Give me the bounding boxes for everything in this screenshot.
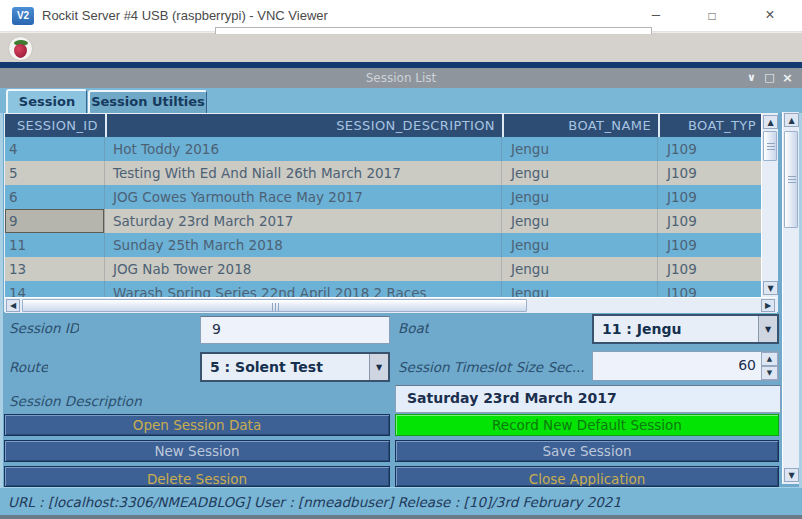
cell-boat-type[interactable]: J109 [658,161,761,185]
window-collapse-icon[interactable]: ∨ [743,68,760,88]
raspberry-menu-icon[interactable] [8,36,33,61]
cell-boat-name[interactable]: Jengu [502,185,658,209]
close-application-button[interactable]: Close Application [395,466,779,487]
route-dropdown[interactable]: 5 : Solent Test ▼ [200,352,390,382]
chevron-down-icon[interactable]: ▼ [369,354,388,380]
cell-description[interactable]: JOG Cowes Yarmouth Race May 2017 [105,185,502,209]
cell-boat-name[interactable]: Jengu [502,281,658,297]
table-horizontal-scrollbar[interactable]: ◀ ▶ [5,297,777,313]
taskbar: >_ Session List V2 [0,32,802,62]
scrollbar-thumb[interactable] [763,131,777,161]
status-bar: URL : [localhost:3306/NMEADBLOG] User : … [0,487,802,515]
cell-boat-name[interactable]: Jengu [502,209,658,233]
table-row-selected[interactable]: 9 Saturday 23rd March 2017 Jengu J109 [5,209,761,233]
timeslot-value: 60 [593,352,761,380]
spinner-up-icon[interactable]: ▲ [761,352,778,366]
table-header-row: SESSION_ID SESSION_DESCRIPTION BOAT_NAME… [5,114,761,137]
column-header-boat-type[interactable]: BOAT_TYP [660,114,761,137]
cell-session-id[interactable]: 5 [5,161,105,185]
scroll-down-icon[interactable]: ▼ [784,468,799,482]
cell-description[interactable]: Warash Spring Series 22nd April 2018 2 R… [105,281,502,297]
cell-boat-name[interactable]: Jengu [502,257,658,281]
scroll-up-icon[interactable]: ▲ [763,115,778,129]
column-header-boat-name[interactable]: BOAT_NAME [504,114,658,137]
table-row[interactable]: 14 Warash Spring Series 22nd April 2018 … [5,281,761,297]
new-session-button[interactable]: New Session [4,440,390,462]
cell-session-id[interactable]: 11 [5,233,105,257]
boat-dropdown[interactable]: 11 : Jengu ▼ [592,314,779,344]
table-row[interactable]: 6 JOG Cowes Yarmouth Race May 2017 Jengu… [5,185,761,209]
cell-description[interactable]: Hot Toddy 2016 [105,137,502,161]
timeslot-spinner[interactable]: 60 ▲ ▼ [592,351,779,381]
cell-session-id[interactable]: 4 [5,137,105,161]
cell-boat-name[interactable]: Jengu [502,233,658,257]
close-button[interactable]: × [748,0,792,32]
cell-boat-type[interactable]: J109 [658,257,761,281]
session-description-label: Session Description [9,393,142,409]
session-window-content: Session Session Utilties SESSION_ID SESS… [0,88,802,487]
scroll-up-icon[interactable]: ▲ [784,113,799,127]
cell-boat-type[interactable]: J109 [658,185,761,209]
cell-boat-type[interactable]: J109 [658,137,761,161]
column-header-session-description[interactable]: SESSION_DESCRIPTION [107,114,502,137]
cell-session-id[interactable]: 14 [5,281,105,297]
cell-description[interactable]: Sunday 25th March 2018 [105,233,502,257]
cell-session-id-selected[interactable]: 9 [5,209,105,233]
cell-boat-type[interactable]: J109 [658,209,761,233]
cell-boat-name[interactable]: Jengu [502,161,658,185]
vnc-toolbar-remnant [215,27,652,34]
tab-session[interactable]: Session [6,89,87,113]
save-session-button[interactable]: Save Session [395,440,779,462]
delete-session-button[interactable]: Delete Session [4,466,390,487]
window-vertical-scrollbar[interactable]: ▲ ▼ [782,112,799,484]
window-maximize-icon[interactable]: □ [761,68,778,88]
session-id-field[interactable]: 9 [200,316,390,344]
chevron-down-icon[interactable]: ▼ [758,316,777,342]
vnc-logo-icon: V2 [12,7,34,25]
session-id-label: Session ID [9,320,79,336]
spinner-down-icon[interactable]: ▼ [761,366,778,380]
window-bottom-edge [0,515,802,519]
cell-boat-name[interactable]: Jengu [502,137,658,161]
timeslot-label: Session Timeslot Size Sec... [398,359,588,375]
window-close-icon[interactable]: × [779,68,796,88]
table-row[interactable]: 4 Hot Toddy 2016 Jengu J109 [5,137,761,161]
scrollbar-thumb[interactable] [784,131,798,228]
session-list-title: Session List [0,68,802,88]
scroll-right-icon[interactable]: ▶ [761,299,775,312]
cell-description[interactable]: JOG Nab Tower 2018 [105,257,502,281]
scroll-left-icon[interactable]: ◀ [6,299,20,312]
maximize-button[interactable]: □ [690,0,734,32]
cell-boat-type[interactable]: J109 [658,233,761,257]
scrollbar-thumb[interactable] [22,299,527,312]
session-table: SESSION_ID SESSION_DESCRIPTION BOAT_NAME… [4,113,778,312]
status-bar-text: URL : [localhost:3306/NMEADBLOG] User : … [8,488,621,516]
cell-description[interactable]: Saturday 23rd March 2017 [105,209,502,233]
column-header-session-id[interactable]: SESSION_ID [5,114,105,137]
boat-dropdown-value: 11 : Jengu [594,321,758,337]
cell-boat-type[interactable]: J109 [658,281,761,297]
screen: V2 Rockit Server #4 USB (raspberrypi) - … [0,0,802,519]
table-vertical-scrollbar[interactable]: ▲ ▼ [761,114,778,297]
open-session-data-button[interactable]: Open Session Data [4,414,390,436]
record-new-default-session-button[interactable]: Record New Default Session [395,414,779,436]
boat-label: Boat [398,320,429,336]
route-dropdown-value: 5 : Solent Test [202,359,369,375]
cell-session-id[interactable]: 13 [5,257,105,281]
cell-session-id[interactable]: 6 [5,185,105,209]
tab-session-utilities[interactable]: Session Utilties [88,90,207,113]
table-body: 4 Hot Toddy 2016 Jengu J109 5 Testing Wi… [5,137,761,297]
table-row[interactable]: 11 Sunday 25th March 2018 Jengu J109 [5,233,761,257]
session-description-field[interactable]: Saturday 23rd March 2017 [395,385,781,413]
route-label: Route [9,359,48,375]
table-row[interactable]: 5 Testing With Ed And Niall 26th March 2… [5,161,761,185]
session-list-titlebar[interactable]: Session List ∨ □ × [0,68,802,88]
cell-description[interactable]: Testing With Ed And Niall 26th March 201… [105,161,502,185]
table-row[interactable]: 13 JOG Nab Tower 2018 Jengu J109 [5,257,761,281]
scroll-down-icon[interactable]: ▼ [763,281,778,295]
